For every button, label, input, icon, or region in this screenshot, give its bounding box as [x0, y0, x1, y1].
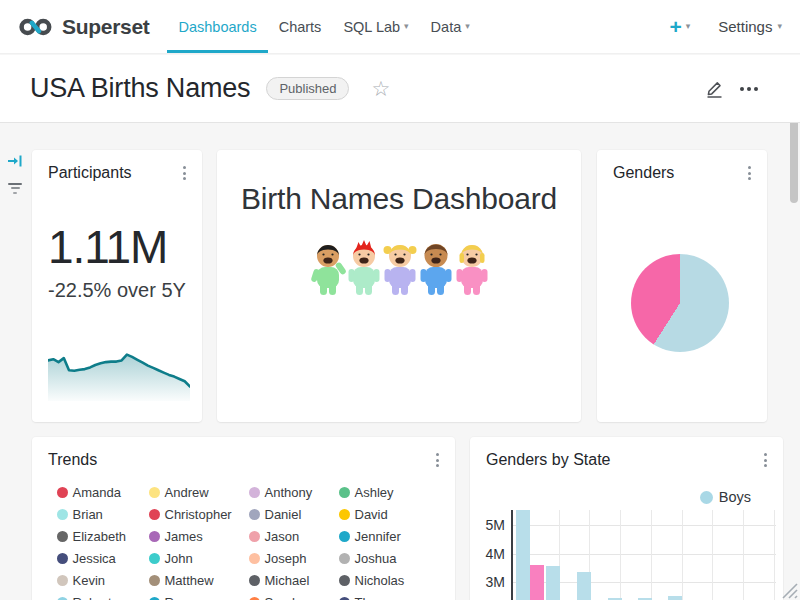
bar-boys[interactable]: [546, 566, 560, 600]
legend-swatch: [249, 487, 260, 498]
legend-item[interactable]: David: [339, 507, 431, 522]
legend-label: Jessica: [73, 551, 116, 566]
legend-swatch: [149, 509, 160, 520]
trends-card: Trends AmandaAndrewAnthonyAshleyBrianChr…: [32, 437, 455, 600]
chart-title: Genders: [613, 164, 674, 182]
legend-label: Jennifer: [355, 529, 401, 544]
legend-label: Nicholas: [355, 573, 405, 588]
resize-handle-icon[interactable]: [780, 582, 798, 599]
header-actions: [705, 79, 758, 98]
nav-item-sql-lab[interactable]: SQL Lab ▾: [332, 0, 419, 53]
legend-item[interactable]: Ryan: [149, 595, 249, 600]
legend-label: Jason: [265, 529, 300, 544]
more-options-icon[interactable]: [740, 87, 758, 91]
legend-swatch: [339, 509, 350, 520]
bar-boys[interactable]: [516, 510, 530, 600]
legend-item[interactable]: Brian: [57, 507, 149, 522]
markdown-card: Birth Names Dashboard: [217, 150, 581, 422]
nav-item-charts[interactable]: Charts: [268, 0, 333, 53]
legend-item[interactable]: Ashley: [339, 485, 431, 500]
legend-item[interactable]: Andrew: [149, 485, 249, 500]
brand-name: Superset: [62, 15, 149, 39]
favorite-star-icon[interactable]: ☆: [371, 77, 390, 101]
legend-item[interactable]: Jessica: [57, 551, 149, 566]
legend-swatch: [149, 575, 160, 586]
legend-swatch: [149, 531, 160, 542]
legend-item[interactable]: Joseph: [249, 551, 339, 566]
legend-item[interactable]: Nicholas: [339, 573, 431, 588]
legend-label: Matthew: [165, 573, 214, 588]
y-axis-tick: 5M: [469, 517, 505, 533]
plus-icon: +: [669, 16, 681, 37]
legend-swatch: [57, 531, 68, 542]
big-number-value: 1.11M: [48, 224, 167, 270]
y-axis-line: [511, 510, 513, 600]
legend-swatch: [149, 553, 160, 564]
legend-label: Robert: [73, 595, 112, 600]
legend-item[interactable]: Daniel: [249, 507, 339, 522]
nav-item-dashboards[interactable]: Dashboards: [167, 0, 267, 53]
chevron-down-icon: ▾: [777, 22, 782, 31]
legend-item[interactable]: Jason: [249, 529, 339, 544]
kebab-menu-icon[interactable]: [434, 451, 441, 469]
bar-girls[interactable]: [530, 565, 544, 600]
genders-card: Genders: [597, 150, 767, 422]
genders-by-state-card: Genders by State Boys 5M4M3M: [470, 437, 783, 600]
legend-label: Joseph: [265, 551, 307, 566]
legend-item[interactable]: Christopher: [149, 507, 249, 522]
kids-illustration: [310, 240, 488, 298]
filter-bar-collapsed: [0, 123, 30, 600]
legend-item[interactable]: Elizabeth: [57, 529, 149, 544]
settings-menu[interactable]: Settings ▾: [718, 18, 782, 35]
legend-swatch: [249, 509, 260, 520]
status-badge[interactable]: Published: [266, 77, 349, 100]
top-nav: Superset Dashboards Charts SQL Lab ▾ Dat…: [0, 0, 800, 54]
legend-item[interactable]: Joshua: [339, 551, 431, 566]
kebab-menu-icon[interactable]: [181, 164, 188, 182]
legend-label: Christopher: [165, 507, 232, 522]
superset-logo[interactable]: Superset: [18, 0, 149, 53]
legend-item[interactable]: Jennifer: [339, 529, 431, 544]
edit-pencil-icon[interactable]: [705, 79, 724, 98]
legend-swatch: [249, 575, 260, 586]
chart-title: Trends: [48, 451, 97, 469]
legend-label: Andrew: [165, 485, 209, 500]
chevron-down-icon: ▾: [404, 22, 409, 31]
legend-item[interactable]: Michael: [249, 573, 339, 588]
big-number-subheader: -22.5% over 5Y: [48, 280, 186, 300]
legend-item[interactable]: Matthew: [149, 573, 249, 588]
legend-item[interactable]: Sarah: [249, 595, 339, 600]
bar-boys[interactable]: [668, 596, 682, 600]
legend-item-boys[interactable]: Boys: [700, 489, 751, 505]
legend-label: Sarah: [265, 595, 300, 600]
dashboard-header: USA Births Names Published ☆: [0, 55, 800, 123]
legend-item[interactable]: John: [149, 551, 249, 566]
kebab-menu-icon[interactable]: [746, 164, 753, 182]
bar-boys[interactable]: [577, 572, 591, 600]
chart-title: Participants: [48, 164, 132, 182]
legend-swatch: [57, 553, 68, 564]
filter-icon[interactable]: [7, 180, 23, 196]
expand-filters-icon[interactable]: [7, 153, 23, 169]
nav-item-data[interactable]: Data ▾: [420, 0, 481, 53]
legend-item[interactable]: Robert: [57, 595, 149, 600]
legend-item[interactable]: Anthony: [249, 485, 339, 500]
kebab-menu-icon[interactable]: [762, 451, 769, 469]
genders-pie[interactable]: [631, 254, 729, 352]
legend-label: Elizabeth: [73, 529, 126, 544]
legend-item[interactable]: Thomas: [339, 595, 431, 600]
legend-label: Ryan: [165, 595, 195, 600]
legend-swatch: [339, 553, 350, 564]
legend-label: James: [165, 529, 203, 544]
markdown-heading: Birth Names Dashboard: [217, 182, 581, 216]
new-button[interactable]: + ▾: [669, 16, 690, 37]
legend-label: Brian: [73, 507, 103, 522]
legend-item[interactable]: Kevin: [57, 573, 149, 588]
legend-swatch: [57, 575, 68, 586]
legend-item[interactable]: Amanda: [57, 485, 149, 500]
legend-swatch: [700, 491, 713, 504]
legend-swatch: [149, 487, 160, 498]
y-axis-tick: 4M: [469, 546, 505, 562]
legend-label: David: [355, 507, 388, 522]
legend-item[interactable]: James: [149, 529, 249, 544]
